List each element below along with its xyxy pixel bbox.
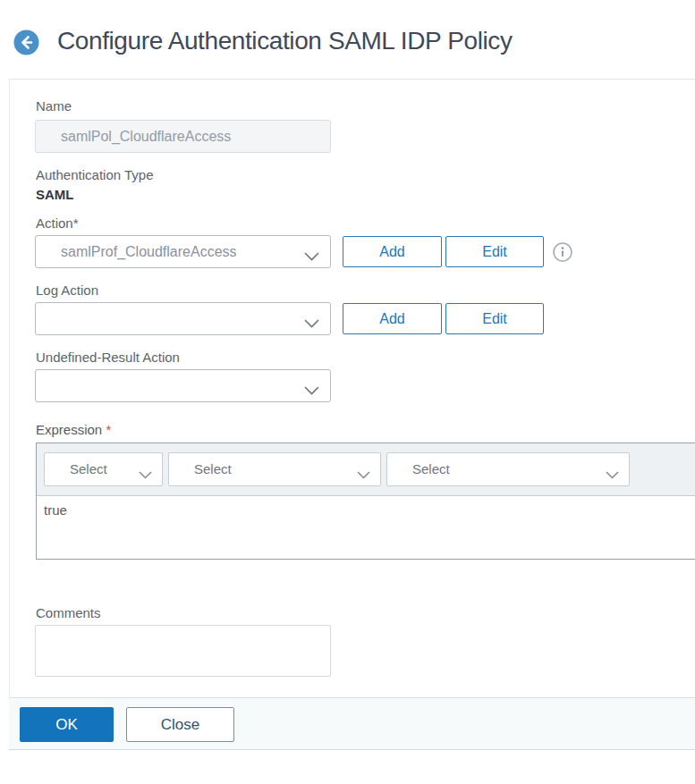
chevron-down-icon xyxy=(606,467,619,483)
close-button[interactable]: Close xyxy=(126,707,234,742)
comments-label: Comments xyxy=(36,605,101,620)
page-title: Configure Authentication SAML IDP Policy xyxy=(57,27,513,55)
expression-select-3-value: Select xyxy=(387,453,629,485)
chevron-down-icon xyxy=(304,316,319,332)
action-add-button[interactable]: Add xyxy=(343,236,442,267)
expression-editor: Select Select Select xyxy=(36,443,695,560)
comments-input[interactable] xyxy=(35,625,331,677)
dialog-footer: OK Close xyxy=(9,697,695,750)
action-dropdown-value: samlProf_CloudflareAccess xyxy=(36,236,330,267)
expression-label: Expression * xyxy=(36,422,111,437)
authentication-type-label: Authentication Type xyxy=(36,167,153,182)
expression-select-2-value: Select xyxy=(169,453,380,485)
expression-select-1[interactable]: Select xyxy=(44,452,163,486)
form-panel: Name samlPol_CloudflareAccess Authentica… xyxy=(9,79,695,751)
log-action-add-button[interactable]: Add xyxy=(343,303,442,334)
undefined-result-action-dropdown[interactable] xyxy=(35,369,331,402)
log-action-label: Log Action xyxy=(36,282,98,298)
chevron-down-icon xyxy=(304,383,319,399)
chevron-down-icon xyxy=(304,249,319,265)
action-dropdown[interactable]: samlProf_CloudflareAccess xyxy=(35,235,331,268)
log-action-dropdown[interactable] xyxy=(35,302,331,335)
expression-select-2[interactable]: Select xyxy=(168,452,381,486)
expression-input[interactable]: true xyxy=(37,496,695,559)
configure-saml-idp-policy-dialog: Configure Authentication SAML IDP Policy… xyxy=(0,0,695,784)
chevron-down-icon xyxy=(357,467,370,483)
name-input: samlPol_CloudflareAccess xyxy=(35,120,331,153)
arrow-left-circle-icon xyxy=(13,45,39,58)
expression-select-3[interactable]: Select xyxy=(386,452,630,486)
ok-button[interactable]: OK xyxy=(20,707,114,742)
info-icon[interactable] xyxy=(553,242,572,262)
chevron-down-icon xyxy=(139,467,152,483)
required-asterisk: * xyxy=(106,422,111,437)
back-button[interactable] xyxy=(13,30,39,55)
action-label: Action* xyxy=(36,215,79,231)
authentication-type-value: SAML xyxy=(36,187,74,202)
expression-toolbar: Select Select Select xyxy=(37,443,695,496)
undefined-result-action-label: Undefined-Result Action xyxy=(36,350,180,365)
action-edit-button[interactable]: Edit xyxy=(445,236,544,267)
log-action-edit-button[interactable]: Edit xyxy=(445,303,544,334)
name-label: Name xyxy=(36,98,72,114)
